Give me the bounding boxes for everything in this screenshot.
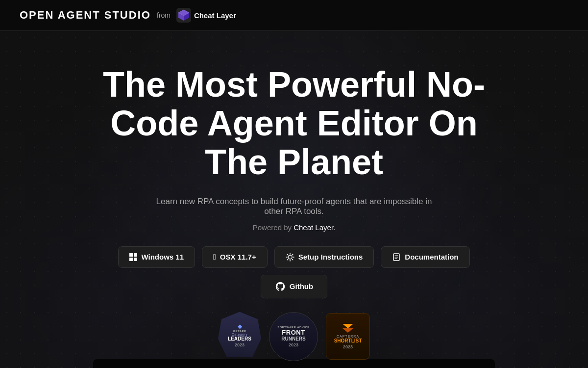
apple-icon:  xyxy=(213,253,216,261)
osx-button-label: OSX 11.7+ xyxy=(220,253,256,261)
powered-by: Powered by Cheat Layer. xyxy=(253,223,335,232)
cheat-layer-logo[interactable]: Cheat Layer xyxy=(176,8,236,23)
hero-subtitle: Learn new RPA concepts to build future-p… xyxy=(147,197,441,216)
setup-button-label: Setup Instructions xyxy=(298,253,363,261)
getapp-year: 2023 xyxy=(235,342,245,347)
sa-year: 2023 xyxy=(289,342,298,347)
capterra-year: 2023 xyxy=(343,344,353,349)
getapp-diamond-icon: ◆ xyxy=(238,323,242,330)
hero-title: The Most Powerful No-Code Agent Editor O… xyxy=(98,65,490,182)
setup-icon xyxy=(286,253,294,262)
svg-marker-11 xyxy=(343,324,353,328)
secondary-buttons: Github xyxy=(261,275,327,298)
docs-button[interactable]: Documentation xyxy=(381,246,469,268)
from-label: from xyxy=(157,11,171,19)
capterra-badge: Capterra SHORTLIST 2023 xyxy=(326,313,370,360)
windows-button-label: Windows 11 xyxy=(141,253,184,261)
app-title: OPEN AGENT STUDIO xyxy=(20,9,151,22)
windows-button[interactable]: Windows 11 xyxy=(118,246,195,268)
cheat-layer-icon xyxy=(176,8,191,23)
main-content: The Most Powerful No-Code Agent Editor O… xyxy=(0,31,588,368)
doc-icon xyxy=(392,253,401,262)
primary-buttons: Windows 11  OSX 11.7+ Setup Instruction… xyxy=(118,246,469,268)
github-button[interactable]: Github xyxy=(261,275,327,298)
software-advice-badge: Software Advice FRONT RUNNERS 2023 xyxy=(269,312,318,361)
getapp-badge: ◆ GetApp Category LEADERS 2023 xyxy=(218,312,261,361)
sa-front: FRONT xyxy=(282,329,305,336)
svg-point-6 xyxy=(288,255,292,259)
powered-by-prefix: Powered by xyxy=(253,223,294,232)
header: OPEN AGENT STUDIO from Cheat Layer xyxy=(0,0,588,31)
docs-button-label: Documentation xyxy=(405,253,458,261)
osx-button[interactable]:  OSX 11.7+ xyxy=(202,246,268,268)
github-button-label: Github xyxy=(290,282,313,290)
badges-section: ◆ GetApp Category LEADERS 2023 Software … xyxy=(218,312,370,361)
capterra-icon xyxy=(343,324,353,333)
cheat-layer-name: Cheat Layer xyxy=(194,11,236,20)
svg-marker-12 xyxy=(343,328,353,333)
setup-button[interactable]: Setup Instructions xyxy=(274,246,374,268)
getapp-category: Category xyxy=(232,333,247,336)
powered-by-link[interactable]: Cheat Layer. xyxy=(294,223,335,232)
github-icon xyxy=(275,281,286,292)
windows-icon xyxy=(129,253,137,261)
capterra-top: Capterra xyxy=(337,335,359,338)
getapp-main: LEADERS xyxy=(228,336,251,342)
capterra-main: SHORTLIST xyxy=(334,338,362,343)
sa-runners: RUNNERS xyxy=(281,336,305,342)
